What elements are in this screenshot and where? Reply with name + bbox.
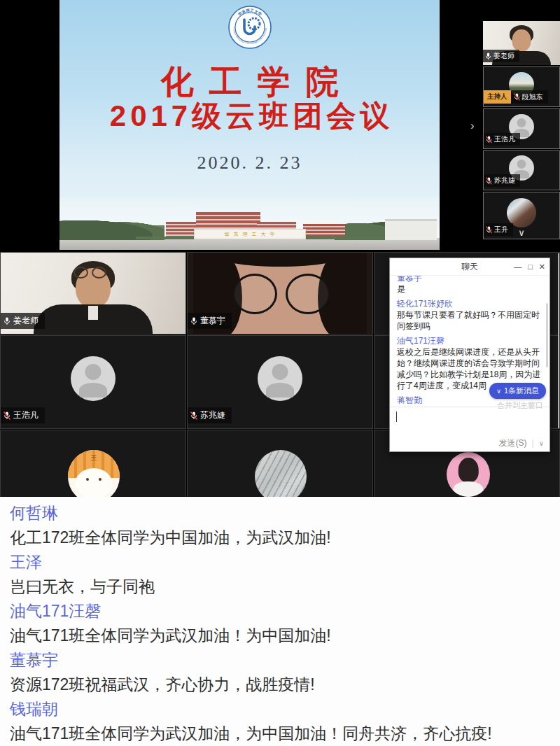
chevron-down-icon: ∨ [496,388,501,395]
thumbnail-wang-sheng[interactable]: 王升 ∨ [483,192,560,239]
new-message-label: 1条新消息 [504,386,539,396]
glasses [232,274,277,314]
avatar-character: 王 [91,453,97,463]
participant-name: 苏兆婕 [200,409,225,421]
thumbnail-su-zhaojie[interactable]: 苏兆婕 [483,150,560,190]
feed-text: 油气171班全体同学为武汉加油！为中国加油! [10,624,560,648]
participant-name: 王升 [494,225,508,234]
muted-mic-icon [486,136,492,143]
participant-name: 董慕宇 [200,315,225,327]
feed-text: 岂曰无衣，与子同袍 [10,575,560,599]
photo-gate-booth [385,219,437,240]
send-separator: | [532,438,534,448]
video-tile-su-zhaojie[interactable]: 苏兆婕 [187,335,373,429]
slide-title-line2: 2017级云班团会议 [59,97,440,136]
feed-sender: 何哲琳 [10,501,560,526]
chat-input[interactable] [390,407,550,435]
text-caret [396,411,397,422]
participant-label: 王升 [484,223,513,236]
slide-date: 2020. 2. 23 [59,153,440,174]
presentation-slide: 华东理工大学 EAST CHINA UNIVERSITY OF SCIENCE … [59,0,440,250]
chat-text: 那每节课只要看了就好吗？不用固定时间签到吗 [397,309,542,332]
chat-sender: 轻化171张妤欣 [397,298,542,309]
video-collar [88,306,98,320]
default-avatar [71,356,115,401]
campus-photo: 华东理工大学 [59,198,440,250]
thumbnail-wang-haofan[interactable]: 王浩凡 [483,108,560,149]
strip-more-chevron-icon[interactable]: ∨ [518,227,525,238]
participant-label: 姜老师 [1,313,45,329]
photo-building-right [303,224,345,238]
participant-name: 段旭东 [522,92,543,102]
participant-name: 姜老师 [493,51,514,61]
participant-name: 王浩凡 [494,134,515,144]
sketch-avatar [255,450,307,497]
feed-sender: 王泽 [10,550,560,575]
chat-scrollbar[interactable] [546,303,548,367]
tiger-avatar: 王 [68,450,120,497]
participant-name: 姜老师 [13,315,38,327]
chat-title: 聊天 [461,261,478,273]
maximize-icon[interactable]: □ [528,262,533,271]
muted-mic-icon [486,226,492,234]
chat-window: 聊天 — □ ✕ 董慕宇 是 轻化171张妤欣 那每节课只要看了就好吗？不用固定… [389,258,550,452]
send-dropdown-icon[interactable]: ∨ [539,439,544,447]
chat-titlebar[interactable]: 聊天 — □ ✕ [390,258,550,276]
participant-label: 苏兆婕 [188,407,232,423]
participant-label: 王浩凡 [1,407,45,423]
muted-mic-icon [190,411,197,420]
muted-mic-icon [486,177,492,185]
chat-text: 是 [397,283,542,295]
video-tile-tiger-avatar[interactable]: 王 [0,430,186,497]
participant-name: 苏兆婕 [494,176,515,185]
participant-label: 王浩凡 [484,133,520,146]
feed-sender: 油气171汪磬 [10,599,560,624]
video-tile-dong-muyu[interactable]: 董慕宇 [187,252,373,335]
video-tile-wang-haofan[interactable]: 王浩凡 [0,335,186,429]
feed-sender: 董慕宇 [10,648,560,673]
muted-mic-icon [4,411,10,420]
university-logo: 华东理工大学 EAST CHINA UNIVERSITY OF SCIENCE … [227,5,272,50]
feed-text: 油气171班全体同学为武汉加油，为中国加油！同舟共济，齐心抗疫! [10,722,560,746]
thumbnail-jiang-laoshi[interactable]: 姜老师 [483,21,560,65]
chat-sender: 董慕宇 [397,275,542,283]
participant-label: 主持人 段旭东 [484,90,548,104]
thumbnail-duan-xudong[interactable]: 主持人 段旭东 [483,66,560,107]
participant-label: 董慕宇 [188,313,232,329]
feed-text: 资源172班祝福武汉，齐心协力，战胜疫情! [10,673,560,697]
feed-sender: 钱瑞朝 [10,697,560,722]
close-icon[interactable]: ✕ [539,262,545,272]
participant-label: 姜老师 [483,50,519,62]
shared-screen-area: 华东理工大学 EAST CHINA UNIVERSITY OF SCIENCE … [0,0,560,252]
new-message-pill[interactable]: ∨ 1条新消息 [489,383,546,399]
minimize-icon[interactable]: — [514,262,522,271]
glasses [286,274,330,314]
pink-avatar [447,452,490,497]
video-tile-jiang-laoshi[interactable]: 姜老师 [0,252,186,335]
chat-sender: 油气171汪磬 [397,335,542,346]
message-feed: 何哲琳 化工172班全体同学为中国加油，为武汉加油! 王泽 岂曰无衣，与子同袍 … [0,497,560,746]
muted-mic-icon [514,93,520,101]
campus-gate-sign: 华东理工大学 [194,229,306,239]
strip-expand-chevron-icon[interactable]: › [470,119,475,133]
mic-icon [4,317,10,325]
mic-icon [190,317,197,325]
glasses [74,267,88,279]
default-avatar [258,356,302,401]
feed-text: 化工172班全体同学为中国加油，为武汉加油! [10,526,560,550]
participant-name: 王浩凡 [13,409,38,421]
mic-icon [485,52,491,60]
host-badge: 主持人 [484,90,511,104]
chat-send-row: 发送(S) | ∨ [390,435,550,451]
participant-label: 苏兆婕 [484,174,520,187]
send-button[interactable]: 发送(S) [499,437,527,449]
grid-scrollbar[interactable] [558,253,559,428]
glasses [92,267,106,279]
video-tile-sketch-avatar[interactable] [187,430,373,497]
